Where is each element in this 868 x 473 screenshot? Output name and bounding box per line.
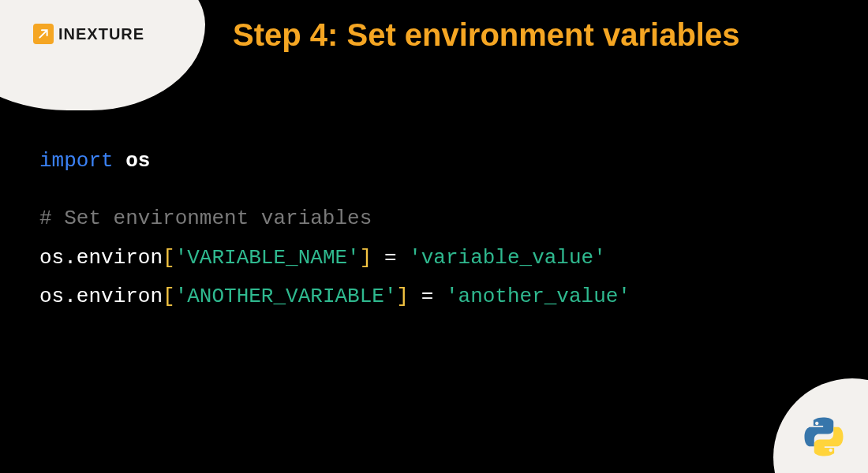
- code-token: import: [39, 149, 114, 173]
- code-token: 'variable_value': [409, 246, 606, 270]
- code-token: ]: [360, 246, 372, 270]
- code-token: environ: [77, 285, 163, 308]
- code-block: import os# Set environment variablesos.e…: [39, 142, 630, 317]
- code-token: os: [39, 246, 64, 270]
- code-token: os: [125, 149, 150, 173]
- code-token: [114, 149, 126, 173]
- slide-heading: Step 4: Set environment variables: [233, 16, 739, 54]
- code-line: # Set environment variables: [39, 199, 630, 238]
- code-line: [39, 181, 630, 199]
- python-icon: [802, 415, 846, 459]
- code-token: [: [163, 285, 175, 308]
- code-token: .: [64, 246, 77, 270]
- logo-background-blob: [0, 0, 205, 110]
- code-token: 'VARIABLE_NAME': [175, 246, 360, 270]
- brand-name: INEXTURE: [58, 25, 144, 43]
- brand-logo: INEXTURE: [33, 24, 144, 44]
- code-token: # Set environment variables: [39, 207, 372, 230]
- code-token: .: [64, 285, 77, 308]
- code-line: os.environ['ANOTHER_VARIABLE'] = 'anothe…: [39, 277, 630, 316]
- code-token: =: [409, 285, 446, 308]
- code-token: =: [372, 246, 409, 270]
- code-token: ]: [397, 285, 410, 308]
- arrow-up-right-icon: [33, 24, 54, 44]
- code-token: 'ANOTHER_VARIABLE': [175, 285, 397, 308]
- code-token: environ: [77, 246, 163, 270]
- code-token: os: [39, 285, 64, 308]
- code-line: import os: [39, 142, 630, 181]
- code-token: [: [163, 246, 175, 270]
- code-line: os.environ['VARIABLE_NAME'] = 'variable_…: [39, 239, 630, 277]
- code-token: 'another_value': [446, 285, 630, 308]
